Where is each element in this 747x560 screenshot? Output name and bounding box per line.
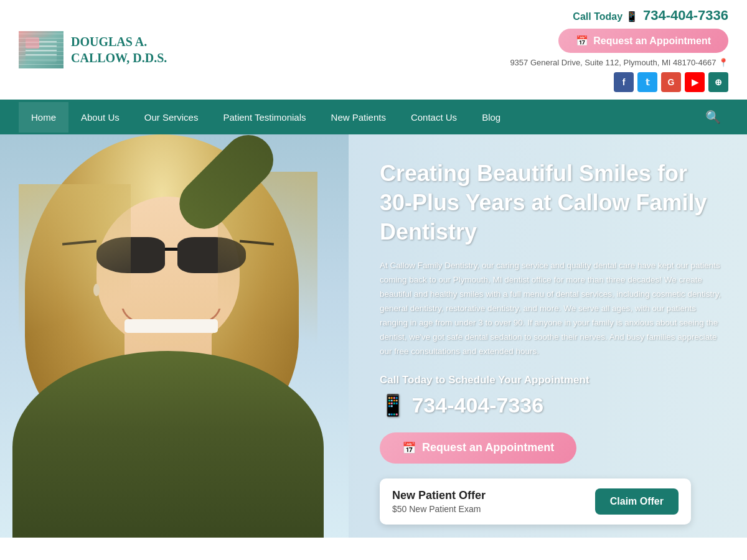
search-icon[interactable]: 🔍	[698, 100, 728, 134]
new-patient-offer-box: New Patient Offer $50 New Patient Exam C…	[380, 478, 691, 525]
call-schedule-label: Call Today to Schedule Your Appointment	[380, 374, 722, 386]
youtube-icon[interactable]: ▶	[685, 72, 705, 92]
nav-item-home[interactable]: Home	[19, 102, 68, 133]
phone-large-icon: 📱	[380, 393, 406, 417]
address-line: 9357 General Drive, Suite 112, Plymouth,…	[510, 58, 728, 67]
calendar-hero-icon: 📅	[402, 441, 416, 455]
nav-item-new-patients[interactable]: New Patients	[319, 102, 398, 133]
twitter-icon[interactable]: 𝕥	[637, 72, 657, 92]
nav-item-blog[interactable]: Blog	[469, 102, 513, 133]
google-icon[interactable]: G	[661, 72, 681, 92]
hero-appointment-button[interactable]: 📅 Request an Appointment	[380, 432, 576, 464]
svg-rect-5	[26, 37, 39, 49]
logo-image	[19, 31, 63, 68]
logo-area[interactable]: DOUGLAS A. CALLOW, D.D.S.	[19, 31, 167, 68]
hero-phone: 📱 734-404-7336	[380, 393, 722, 418]
svg-rect-0	[26, 37, 57, 62]
logo-text: DOUGLAS A. CALLOW, D.D.S.	[71, 34, 167, 66]
hero-title: Creating Beautiful Smiles for 30-Plus Ye…	[380, 159, 722, 246]
nav-item-contact[interactable]: Contact Us	[398, 102, 469, 133]
call-today-line: Call Today 📱 734-404-7336	[510, 7, 728, 24]
hero-description: At Callow Family Dentistry, our caring s…	[380, 259, 722, 359]
nav-item-services[interactable]: Our Services	[132, 102, 211, 133]
new-patient-offer-sub: $50 New Patient Exam	[392, 504, 486, 514]
nav-item-about[interactable]: About Us	[68, 102, 132, 133]
site-header: DOUGLAS A. CALLOW, D.D.S. Call Today 📱 7…	[0, 0, 747, 100]
social-icons: f 𝕥 G ▶ ⊕	[510, 72, 728, 92]
hero-person-image	[0, 134, 349, 538]
calendar-icon: 📅	[576, 35, 588, 47]
nav-item-testimonials[interactable]: Patient Testimonials	[210, 102, 318, 133]
hero-content: Creating Beautiful Smiles for 30-Plus Ye…	[349, 134, 747, 538]
new-patient-offer-title: New Patient Offer	[392, 489, 486, 502]
claim-offer-button[interactable]: Claim Offer	[595, 488, 679, 515]
new-patient-offer-text: New Patient Offer $50 New Patient Exam	[392, 489, 486, 514]
map-icon[interactable]: ⊕	[708, 72, 728, 92]
location-pin-icon: 📍	[718, 58, 728, 67]
request-appointment-button[interactable]: 📅 Request an Appointment	[558, 29, 728, 53]
phone-icon: 📱	[626, 11, 638, 22]
hero-section: Creating Beautiful Smiles for 30-Plus Ye…	[0, 134, 747, 538]
main-nav: Home About Us Our Services Patient Testi…	[0, 100, 747, 134]
header-right: Call Today 📱 734-404-7336 📅 Request an A…	[510, 7, 728, 92]
facebook-icon[interactable]: f	[614, 72, 634, 92]
